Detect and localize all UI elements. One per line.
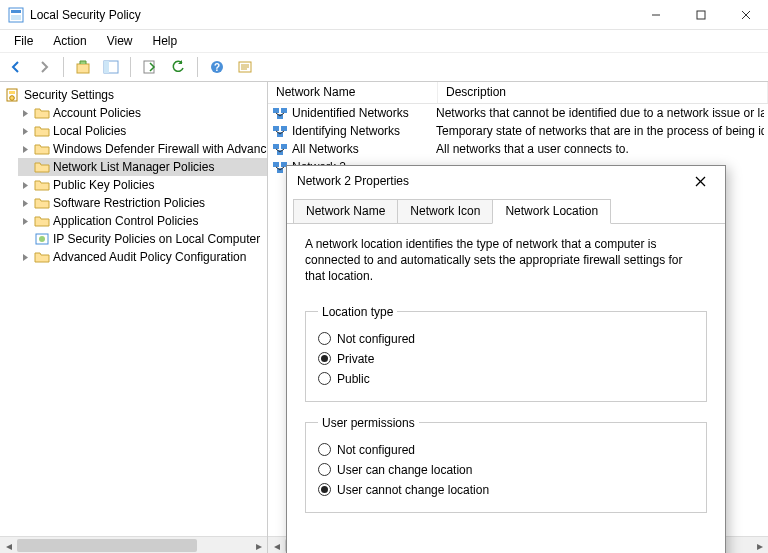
console-tree[interactable]: Security Settings Account PoliciesLocal … — [0, 82, 267, 536]
expander-icon[interactable] — [20, 252, 31, 263]
menu-view[interactable]: View — [97, 32, 143, 50]
svg-rect-37 — [273, 162, 279, 167]
svg-rect-4 — [697, 11, 705, 19]
radio-perm-can-change[interactable]: User can change location — [318, 460, 694, 480]
scroll-right-arrow[interactable]: ▸ — [751, 537, 768, 553]
tree-item[interactable]: Advanced Audit Policy Configuration — [18, 248, 267, 266]
scroll-left-arrow[interactable]: ◂ — [0, 537, 17, 553]
toolbar-separator — [197, 57, 198, 77]
tree-root[interactable]: Security Settings — [0, 86, 267, 104]
dialog-body: A network location identifies the type o… — [287, 224, 725, 539]
dialog-title: Network 2 Properties — [297, 174, 683, 188]
show-hide-tree-button[interactable] — [99, 55, 123, 79]
radio-label: User cannot change location — [337, 483, 489, 497]
tree-item-label: Account Policies — [53, 106, 141, 120]
svg-rect-28 — [281, 126, 287, 131]
tab-network-name[interactable]: Network Name — [293, 199, 398, 224]
col-description[interactable]: Description — [438, 82, 768, 103]
maximize-button[interactable] — [678, 0, 723, 30]
minimize-button[interactable] — [633, 0, 678, 30]
scroll-thumb[interactable] — [17, 539, 197, 552]
svg-rect-7 — [77, 64, 89, 73]
radio-icon — [318, 332, 331, 345]
menu-file[interactable]: File — [4, 32, 43, 50]
svg-rect-10 — [144, 61, 154, 73]
tree-pane: Security Settings Account PoliciesLocal … — [0, 82, 268, 553]
tree-item[interactable]: Public Key Policies — [18, 176, 267, 194]
network-name-cell: Unidentified Networks — [292, 106, 409, 120]
tree-item[interactable]: Windows Defender Firewall with Advanced … — [18, 140, 267, 158]
expander-icon[interactable] — [20, 126, 31, 137]
menu-bar: File Action View Help — [0, 30, 768, 52]
tree-item-label: Advanced Audit Policy Configuration — [53, 250, 246, 264]
radio-perm-not-configured[interactable]: Not configured — [318, 440, 694, 460]
svg-rect-22 — [273, 108, 279, 113]
description-cell: All networks that a user connects to. — [436, 142, 764, 156]
ipsec-icon — [34, 231, 50, 247]
dialog-title-bar[interactable]: Network 2 Properties — [287, 166, 725, 196]
tree-item[interactable]: Network List Manager Policies — [18, 158, 267, 176]
network-properties-dialog: Network 2 Properties Network Name Networ… — [286, 165, 726, 553]
list-row[interactable]: Unidentified NetworksNetworks that canno… — [268, 104, 768, 122]
svg-rect-2 — [11, 15, 21, 20]
up-button[interactable] — [71, 55, 95, 79]
expander-icon[interactable] — [20, 198, 31, 209]
expander-icon[interactable] — [20, 144, 31, 155]
folder-icon — [34, 177, 50, 193]
export-button[interactable] — [138, 55, 162, 79]
scroll-left-arrow[interactable]: ◂ — [268, 537, 285, 553]
radio-icon — [318, 483, 331, 496]
expander-icon[interactable] — [20, 162, 31, 173]
menu-help[interactable]: Help — [143, 32, 188, 50]
dialog-close-button[interactable] — [683, 169, 717, 193]
network-name-cell: All Networks — [292, 142, 359, 156]
tree-hscrollbar[interactable]: ◂ ▸ — [0, 536, 267, 553]
tree-item[interactable]: Account Policies — [18, 104, 267, 122]
tree-item[interactable]: Software Restriction Policies — [18, 194, 267, 212]
close-button[interactable] — [723, 0, 768, 30]
svg-rect-23 — [281, 108, 287, 113]
radio-private[interactable]: Private — [318, 349, 694, 369]
tab-network-icon[interactable]: Network Icon — [397, 199, 493, 224]
radio-icon — [318, 352, 331, 365]
scroll-right-arrow[interactable]: ▸ — [250, 537, 267, 553]
tree-item-label: IP Security Policies on Local Computer — [53, 232, 260, 246]
forward-button[interactable] — [32, 55, 56, 79]
properties-button[interactable] — [233, 55, 257, 79]
refresh-button[interactable] — [166, 55, 190, 79]
folder-icon — [34, 195, 50, 211]
svg-rect-27 — [273, 126, 279, 131]
list-row[interactable]: Identifying NetworksTemporary state of n… — [268, 122, 768, 140]
folder-icon — [34, 249, 50, 265]
svg-rect-9 — [104, 61, 109, 73]
expander-icon[interactable] — [20, 216, 31, 227]
svg-rect-18 — [9, 91, 15, 94]
expander-icon[interactable] — [20, 180, 31, 191]
folder-icon — [34, 123, 50, 139]
radio-not-configured[interactable]: Not configured — [318, 329, 694, 349]
title-bar: Local Security Policy — [0, 0, 768, 30]
security-settings-icon — [4, 87, 20, 103]
expander-icon[interactable] — [20, 234, 31, 245]
location-type-group: Location type Not configured Private Pub… — [305, 305, 707, 402]
tree-item-label: Network List Manager Policies — [53, 160, 214, 174]
svg-rect-32 — [273, 144, 279, 149]
svg-text:?: ? — [214, 62, 220, 73]
tree-item[interactable]: Application Control Policies — [18, 212, 267, 230]
radio-public[interactable]: Public — [318, 369, 694, 389]
back-button[interactable] — [4, 55, 28, 79]
help-button[interactable]: ? — [205, 55, 229, 79]
tree-item-label: Public Key Policies — [53, 178, 154, 192]
network-icon — [272, 141, 288, 157]
expander-icon[interactable] — [20, 108, 31, 119]
col-network-name[interactable]: Network Name — [268, 82, 438, 103]
svg-point-19 — [10, 96, 15, 101]
list-row[interactable]: All NetworksAll networks that a user con… — [268, 140, 768, 158]
svg-point-21 — [39, 236, 45, 242]
radio-perm-cannot-change[interactable]: User cannot change location — [318, 480, 694, 500]
tab-network-location[interactable]: Network Location — [492, 199, 611, 224]
menu-action[interactable]: Action — [43, 32, 96, 50]
svg-rect-1 — [11, 10, 21, 13]
tree-item[interactable]: IP Security Policies on Local Computer — [18, 230, 267, 248]
tree-item[interactable]: Local Policies — [18, 122, 267, 140]
